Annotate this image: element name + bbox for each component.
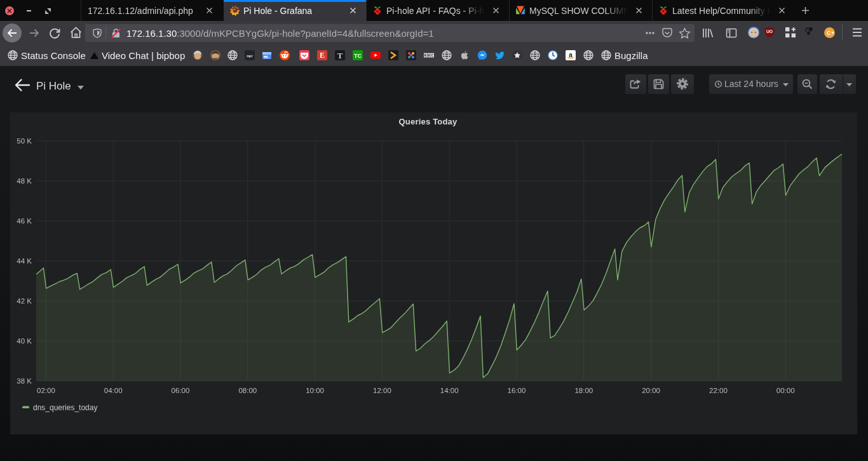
svg-text:42 K: 42 K <box>17 297 32 305</box>
svg-text:E: E <box>320 51 325 60</box>
svg-text:dns_queries_today: dns_queries_today <box>33 403 97 412</box>
svg-text:00:00: 00:00 <box>776 387 795 394</box>
svg-text:B: B <box>424 53 427 57</box>
svg-text:npr: npr <box>247 54 253 58</box>
svg-text:48 K: 48 K <box>17 177 32 185</box>
svg-text:12:00: 12:00 <box>373 387 391 394</box>
svg-text:06:00: 06:00 <box>172 387 190 394</box>
svg-text:B: B <box>428 53 430 57</box>
svg-text:02:00: 02:00 <box>37 387 55 394</box>
svg-text:50 K: 50 K <box>17 137 32 145</box>
svg-text:18:00: 18:00 <box>574 387 593 394</box>
svg-text:16:00: 16:00 <box>508 387 526 394</box>
svg-text:C: C <box>827 30 831 36</box>
svg-text:TC: TC <box>354 53 362 59</box>
svg-text:04:00: 04:00 <box>104 387 123 394</box>
svg-text:46 K: 46 K <box>17 217 32 225</box>
svg-text:UO: UO <box>766 29 773 34</box>
svg-text:10:00: 10:00 <box>306 387 324 394</box>
svg-text:38 K: 38 K <box>17 377 32 385</box>
svg-text:C: C <box>431 53 434 57</box>
svg-text:40 K: 40 K <box>17 337 32 345</box>
svg-text:T: T <box>337 51 343 60</box>
svg-text:08:00: 08:00 <box>238 387 257 394</box>
svg-text:a: a <box>569 51 573 58</box>
svg-text:20:00: 20:00 <box>642 387 660 394</box>
svg-text:14:00: 14:00 <box>440 387 459 394</box>
svg-text:44 K: 44 K <box>17 257 32 265</box>
svg-text:22:00: 22:00 <box>709 387 728 394</box>
